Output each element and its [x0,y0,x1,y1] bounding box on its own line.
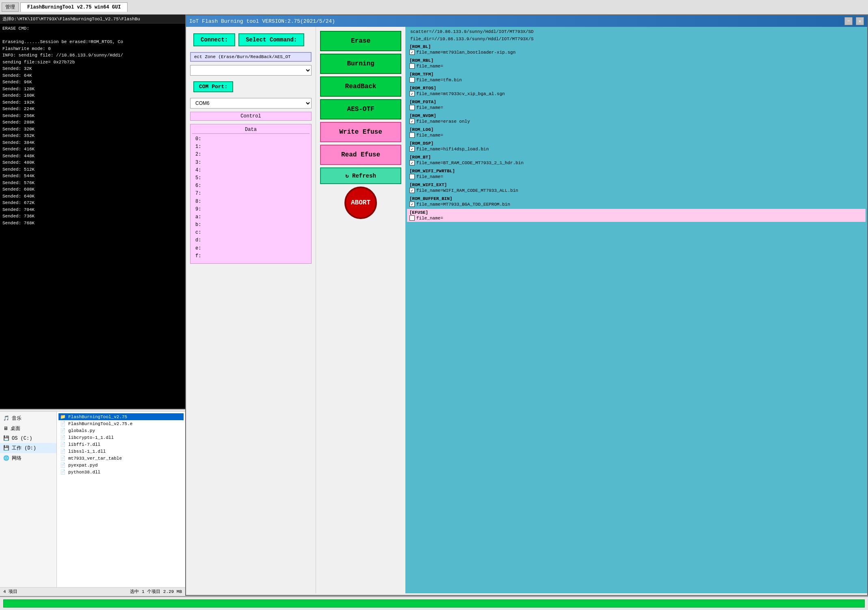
console-line: Sended: 160K [2,92,183,99]
progress-bar [3,599,865,608]
taskbar: 管理 FlashBurningTool v2.75 win64 GUI [0,0,868,15]
rom-item-filename: file_name=hifi4dsp_load.bin [416,147,489,152]
select-command-button[interactable]: Select Command: [238,33,304,46]
fe-file-item[interactable]: 📄globals.py [58,427,184,434]
data-row: 9: [195,206,306,213]
fe-sidebar: 🎵音乐🖥桌面💾OS (C:)💾工作 (D:)🌐网络 📁FlashBurningT… [0,412,185,587]
rom-item-checkbox[interactable] [409,63,415,69]
rom-item-checkbox[interactable] [409,202,415,207]
rom-item-checkbox[interactable] [409,146,415,152]
scatter-path: scatter=//10.86.133.9/sunny/Hddl/IOT/MT7… [407,28,866,35]
file-name: mt7933_ver_tar_table [68,456,122,461]
fe-file-item[interactable]: 📁FlashBurningTool_v2.75 [58,413,184,420]
rom-item-filename: file_name= [416,216,443,221]
minimize-button[interactable]: − [844,17,853,25]
fe-file-item[interactable]: 📄libffi-7.dll [58,441,184,448]
fe-nav-item[interactable]: 🎵音乐 [0,413,56,423]
connect-button[interactable]: Connect: [193,33,235,46]
rom-item: [ROM_WIFI_EXT]file_name=WIFI_RAM_CODE_MT… [407,181,866,194]
rom-item-file: file_name=WIFI_RAM_CODE_MT7933_ALL.bin [409,188,863,193]
rom-item-checkbox[interactable] [409,188,415,193]
close-button[interactable]: ✕ [856,17,864,25]
fe-file-item[interactable]: 📄libcrypto-1_1.dll [58,434,184,441]
fe-file-item[interactable]: 📄pyexpat.pyd [58,462,184,469]
rom-item-checkbox[interactable] [409,50,415,55]
rom-item: [ROM_RTOS]file_name=mt7933cv_xip_bga_al.… [407,85,866,98]
console-line: Sended: 288K [2,119,183,126]
fe-nav-item[interactable]: 💾工作 (D:) [0,443,56,453]
readback-button[interactable]: ReadBack [320,76,401,97]
rom-panel: scatter=//10.86.133.9/sunny/Hddl/IOT/MT7… [405,27,867,593]
rom-item: [ROM_DSP]file_name=hifi4dsp_load.bin [407,140,866,153]
fe-file-item[interactable]: 📄python38.dll [58,469,184,475]
rom-item-filename: file_name=WIFI_RAM_CODE_MT7933_ALL.bin [416,188,518,193]
taskbar-flash-tab[interactable]: FlashBurningTool v2.75 win64 GUI [20,2,128,12]
rom-item-checkbox[interactable] [409,105,415,110]
burning-button[interactable]: Burning [320,54,401,74]
fe-file-item[interactable]: 📄FlashBurningTool_v2.75.e [58,420,184,427]
rom-item-title: [ROM_FOTA] [409,100,863,104]
rom-item-checkbox[interactable] [409,119,415,124]
console-line: Sended: 32K [2,65,183,72]
fe-file-item[interactable]: 📄mt7933_ver_tar_table [58,455,184,462]
console-line: Sended: 256K [2,113,183,119]
rom-item-checkbox[interactable] [409,174,415,179]
rom-item-title: [ROM_WIFI_PWRTBL] [409,169,863,174]
fe-file-item[interactable]: 📄libssl-1_1.dll [58,448,184,455]
rom-item-checkbox[interactable] [409,215,415,221]
rom-item-checkbox[interactable] [409,160,415,165]
nav-icon: 🌐 [3,455,9,461]
fe-nav-item[interactable]: 🌐网络 [0,453,56,463]
flash-tool-title: IoT Flash Burning tool VERSION:2.75(2021… [189,18,335,24]
data-row: b: [195,221,306,229]
blank-dropdown[interactable] [190,65,312,76]
rom-item: [ROM_BT]file_name=BT_RAM_CODE_MT7933_2_1… [407,154,866,167]
com-port-label: COM Port: [193,81,233,92]
data-row: 6: [195,182,306,190]
console-line: INFO: sending file: //10.86.133.9/sunny/… [2,52,183,59]
abort-button[interactable]: ABORT [344,187,377,219]
fe-nav-item[interactable]: 🖥桌面 [0,423,56,434]
file-explorer: 选择D:\MTK\IOT\MT793X\FlashBurningTool_V2.… [0,15,185,596]
rom-items-container: [ROM_BL]file_name=mt793lan_bootloader-xi… [407,43,866,222]
rom-item: [ROM_BUFFER_BIN]file_name=MT7933_BGA_TDD… [407,195,866,208]
rom-item-file: file_name=mt793lan_bootloader-xip.sgn [409,50,863,55]
rom-item: [ROM_LOG]file_name= [407,126,866,139]
rom-item-checkbox[interactable] [409,77,415,82]
file-name: FlashBurningTool_v2.75 [68,415,127,419]
rom-item-title: [ROM_DSP] [409,141,863,146]
fe-nav-item[interactable]: 💾OS (C:) [0,434,56,443]
data-grid: 0:1:2:3:4:5:6:7:8:9:a:b:c:d:e:f: [192,134,310,262]
write-efuse-button[interactable]: Write Efuse [320,122,401,142]
refresh-button[interactable]: ↻ Refresh [320,167,401,184]
command-input[interactable] [190,52,312,62]
rom-item: [ROM_BL]file_name=mt793lan_bootloader-xi… [407,43,866,56]
taskbar-manage-btn[interactable]: 管理 [2,2,19,12]
file-name: libffi-7.dll [68,442,100,447]
aes-otf-button[interactable]: AES-OTF [320,99,401,119]
nav-label: 工作 (D:) [12,445,36,452]
nav-icon: 💾 [3,445,9,451]
rom-item-checkbox[interactable] [409,132,415,138]
rom-item: [EFUSE]file_name= [407,209,866,222]
data-section: Data 0:1:2:3:4:5:6:7:8:9:a:b:c:d:e:f: [190,124,312,264]
console-area: ERASE CMD: Eraseing......Session be eras… [0,24,185,409]
file-name: globals.py [68,428,95,433]
nav-label: OS (C:) [12,436,32,441]
rom-item-title: [ROM_NVDM] [409,113,863,118]
console-line: sending file:size= 0x27b72b [2,59,183,66]
data-row: 7: [195,190,306,198]
rom-item: [ROM_RBL]file_name= [407,57,866,70]
erase-button[interactable]: Erase [320,31,401,51]
console-line: Sended: 128K [2,86,183,93]
rom-item-file: file_name= [409,63,863,69]
com-port-dropdown[interactable]: COM6 [190,98,312,109]
console-line: Eraseing......Session be erased:=ROM_RTO… [2,39,183,46]
rom-item-filename: file_name=mt793lan_bootloader-xip.sgn [416,50,515,55]
file-name: python38.dll [68,470,100,475]
console-line: Sended: 320K [2,126,183,133]
read-efuse-button[interactable]: Read Efuse [320,145,401,165]
rom-item-checkbox[interactable] [409,91,415,96]
rom-item: [ROM_NVDM]file_name=erase only [407,112,866,125]
file-name: pyexpat.pyd [68,463,98,468]
